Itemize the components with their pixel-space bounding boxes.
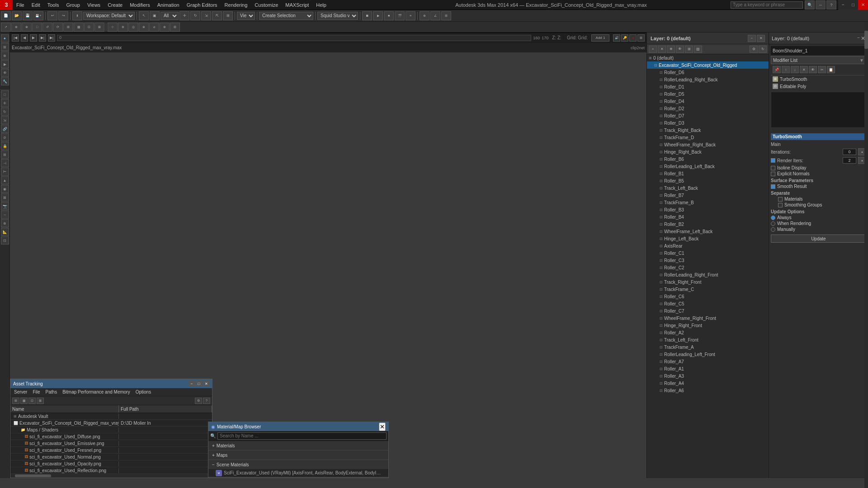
manually-radio[interactable]: [771, 227, 775, 232]
mod-move-dn-btn[interactable]: ↓: [791, 66, 799, 73]
layers-close-btn[interactable]: ✕: [757, 35, 765, 42]
left-snapshot-btn[interactable]: 📷: [1, 202, 9, 210]
asset-min-btn[interactable]: −: [189, 380, 195, 387]
mod-del-btn[interactable]: ✕: [800, 66, 808, 73]
left-unlink-btn[interactable]: ⊘: [1, 133, 9, 141]
layer-item-roller-d1[interactable]: ⊡ Roller_D1: [647, 83, 769, 90]
t2-btn17[interactable]: ⊞: [170, 23, 180, 32]
modifier-entry-turbosmooth[interactable]: ⊞ TurboSmooth: [771, 75, 866, 83]
layer-item-roller-d6[interactable]: ⊡ Roller_D6: [647, 69, 769, 76]
render-iters-input[interactable]: [843, 157, 856, 164]
tl-last-btn[interactable]: ▶|: [48, 34, 55, 42]
layer-item-rollerlead-lf[interactable]: ⊡ RollerLeading_Left_Front: [647, 351, 769, 358]
layer-item-roller-c6[interactable]: ⊡ Roller_C6: [647, 293, 769, 300]
modifier-entry-editpoly[interactable]: ⊡ Editable Poly: [771, 83, 866, 90]
layer-item-trackframe-b[interactable]: ⊡ TrackFrame_B: [647, 199, 769, 206]
t2-btn6[interactable]: ⟳: [53, 23, 63, 32]
mod-paste-btn[interactable]: 📋: [827, 66, 835, 73]
left-man-btn[interactable]: ⊡: [1, 236, 9, 244]
asset-name-col[interactable]: Name: [10, 405, 119, 413]
mod-move-btn[interactable]: ↑: [782, 66, 790, 73]
left-link-btn[interactable]: 🔗: [1, 125, 9, 133]
left-modify-btn[interactable]: ⊞: [1, 43, 9, 51]
import-btn[interactable]: ⬇: [72, 11, 82, 20]
layer-item-track-rf[interactable]: ⊡ Track_Right_Front: [647, 278, 769, 286]
t2-btn13[interactable]: ◎: [128, 23, 138, 32]
asset-hscroll[interactable]: [10, 474, 212, 478]
isoline-checkbox[interactable]: [771, 166, 775, 170]
asset-titlebar[interactable]: Asset Tracking − □ ✕: [10, 379, 212, 388]
left-scale-btn[interactable]: ⇲: [1, 116, 9, 124]
asset-menu-file[interactable]: File: [30, 388, 42, 396]
layer-item-hinge-rf[interactable]: ⊡ Hinge_Right_Front: [647, 322, 769, 329]
menu-tools[interactable]: Tools: [44, 0, 63, 10]
iterations-input[interactable]: [843, 149, 856, 155]
help-btn[interactable]: ?: [826, 0, 836, 9]
asset-help-btn[interactable]: ?: [203, 398, 210, 404]
close-btn[interactable]: ✕: [858, 0, 868, 10]
left-align-btn[interactable]: ⊢: [1, 168, 9, 176]
asset-row-diffuse[interactable]: 🖼 sci_fi_excavator_Used_Diffuse.png: [10, 433, 212, 440]
t2-btn9[interactable]: ⊡: [84, 23, 94, 32]
layer-render-btn[interactable]: ▨: [694, 46, 702, 53]
menu-rendering[interactable]: Rendering: [221, 0, 251, 10]
left-display-btn[interactable]: 👁: [1, 69, 9, 77]
anim-btn[interactable]: 🎬: [395, 11, 405, 20]
t2-btn7[interactable]: ⊞: [63, 23, 73, 32]
tl-set-btn[interactable]: ⊞: [637, 34, 645, 42]
select-btn[interactable]: ↖: [139, 11, 149, 20]
play-btn[interactable]: ▶: [373, 11, 383, 20]
save-btn[interactable]: 💾: [23, 11, 33, 20]
redo-btn[interactable]: ↪: [58, 11, 68, 20]
asset-tb4[interactable]: ⊠: [37, 398, 44, 404]
layers-scrollbar[interactable]: [864, 22, 868, 488]
materials-checkbox[interactable]: [778, 197, 783, 202]
view-dropdown[interactable]: View: [237, 12, 255, 20]
keys-btn[interactable]: ⏹: [362, 11, 372, 20]
asset-close-btn[interactable]: ✕: [203, 380, 209, 387]
minimize-btn[interactable]: −: [838, 0, 848, 10]
left-bind-btn[interactable]: 🔒: [1, 142, 9, 150]
snap-opts-btn[interactable]: ⊞: [441, 11, 451, 20]
update-button[interactable]: Update: [771, 235, 866, 243]
explicit-normals-checkbox[interactable]: [771, 172, 775, 176]
menu-customize[interactable]: Customize: [251, 0, 282, 10]
layer-item-rollerlead-lb[interactable]: ⊡ RollerLeading_Left_Back: [647, 163, 769, 170]
mod-toggle-btn[interactable]: 👁: [809, 66, 817, 73]
layer-item-roller-c3[interactable]: ⊡ Roller_C3: [647, 257, 769, 264]
left-hier-btn[interactable]: ⊕: [1, 52, 9, 60]
smoothing-groups-checkbox[interactable]: [778, 203, 783, 207]
tl-next-frame-btn[interactable]: ▶|: [39, 34, 46, 42]
t2-btn1[interactable]: ↗: [1, 23, 11, 32]
workspace-dropdown[interactable]: Workspace: Default: [83, 12, 135, 20]
layer-new-btn[interactable]: +: [649, 46, 657, 53]
layer-item-roller-a1[interactable]: ⊡ Roller_A1: [647, 365, 769, 372]
layer-item-roller-c7[interactable]: ⊡ Roller_C7: [647, 307, 769, 314]
layer-item-roller-b6[interactable]: ⊡ Roller_B6: [647, 155, 769, 163]
snap-btn[interactable]: ⊕: [420, 11, 429, 20]
layer-item-excavator[interactable]: ⊡ Excavator_SciFi_Concept_Old_Rigged: [647, 61, 769, 69]
layer-item-roller-c5[interactable]: ⊡ Roller_C5: [647, 300, 769, 307]
layer-item-roller-b3[interactable]: ⊡ Roller_B3: [647, 206, 769, 213]
modifier-minimize-btn[interactable]: −: [857, 35, 860, 42]
menu-help[interactable]: Help: [312, 0, 330, 10]
materials-section-header[interactable]: + Materials: [208, 441, 388, 450]
search-btn[interactable]: 🔍: [805, 0, 815, 9]
menu-edit[interactable]: Edit: [28, 0, 44, 10]
left-mirror-btn[interactable]: ⊣: [1, 159, 9, 167]
layer-item-roller-a4[interactable]: ⊡ Roller_A4: [647, 380, 769, 387]
layer-item-trackframe-a[interactable]: ⊡ TrackFrame_A: [647, 343, 769, 351]
left-rot-btn[interactable]: ↻: [1, 108, 9, 116]
mat-titlebar[interactable]: ◉ Material/Map Browser ✕: [208, 422, 388, 431]
asset-menu-options[interactable]: Options: [133, 388, 154, 396]
asset-row-maps-folder[interactable]: 📁 Maps / Shaders: [10, 427, 212, 433]
tl-play-btn[interactable]: ▶: [30, 34, 37, 42]
layer-hide-btn[interactable]: 👁: [676, 46, 684, 53]
layer-item-trackframe-c[interactable]: ⊡ TrackFrame_C: [647, 286, 769, 293]
left-create-btn[interactable]: ✦: [1, 34, 9, 42]
t2-btn14[interactable]: ⊗: [139, 23, 149, 32]
menu-maxscript[interactable]: MAXScript: [282, 0, 312, 10]
layer-item-roller-d7[interactable]: ⊡ Roller_D7: [647, 112, 769, 119]
layer-item-roller-b7[interactable]: ⊡ Roller_B7: [647, 192, 769, 199]
add-btn[interactable]: Add 1: [591, 34, 609, 42]
